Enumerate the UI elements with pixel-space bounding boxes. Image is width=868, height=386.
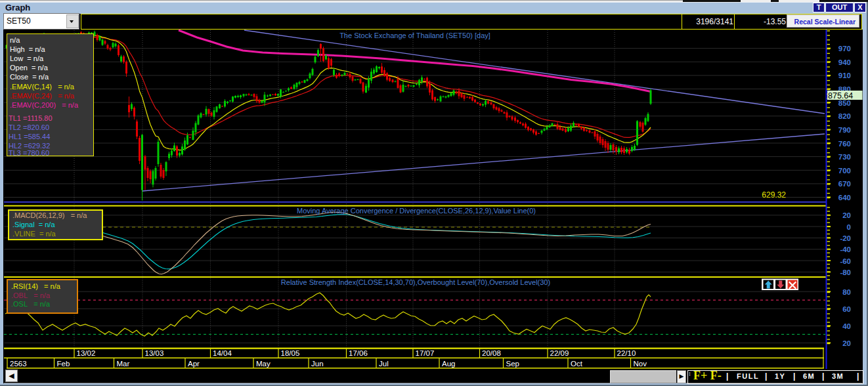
svg-text:The Stock Exchange of Thailand: The Stock Exchange of Thailand (SET50) [… — [339, 32, 490, 39]
svg-text:40: 40 — [842, 322, 851, 330]
svg-text:970: 970 — [838, 45, 851, 53]
svg-text:Relative Strength Index(CLOSE,: Relative Strength Index(CLOSE,14,30,70),… — [281, 278, 550, 286]
svg-text:May: May — [256, 360, 271, 368]
svg-text:-60: -60 — [840, 257, 851, 265]
svg-text:0: 0 — [847, 223, 851, 231]
svg-text:-20: -20 — [840, 234, 851, 242]
svg-text:910: 910 — [838, 72, 851, 79]
svg-text:20: 20 — [842, 211, 851, 219]
svg-text:17/06: 17/06 — [349, 349, 368, 357]
svg-text:22/10: 22/10 — [617, 349, 636, 357]
svg-text:730: 730 — [838, 153, 851, 161]
svg-text:820: 820 — [838, 112, 851, 120]
svg-text:790: 790 — [838, 126, 851, 134]
svg-text:Nov: Nov — [634, 360, 647, 368]
svg-text:Feb: Feb — [57, 360, 70, 368]
svg-text:Mar: Mar — [117, 360, 130, 368]
svg-text:17/07: 17/07 — [416, 349, 435, 357]
svg-text:13/03: 13/03 — [145, 349, 164, 357]
svg-text:20: 20 — [842, 339, 851, 347]
svg-text:2563: 2563 — [10, 360, 27, 368]
svg-text:18/05: 18/05 — [281, 349, 300, 357]
svg-text:13/02: 13/02 — [77, 349, 96, 357]
svg-text:640: 640 — [838, 194, 851, 202]
svg-text:80: 80 — [842, 288, 851, 296]
svg-text:Aug: Aug — [442, 360, 455, 368]
svg-text:Moving Average Convergence / D: Moving Average Convergence / Divergence(… — [297, 207, 536, 215]
svg-text:Jun: Jun — [311, 360, 324, 368]
svg-text:Apr: Apr — [188, 360, 200, 368]
svg-text:22/09: 22/09 — [550, 349, 569, 357]
svg-text:-40: -40 — [840, 246, 851, 253]
svg-text:60: 60 — [842, 305, 851, 313]
svg-text:Sep: Sep — [506, 360, 519, 368]
svg-text:Jul: Jul — [379, 360, 389, 368]
svg-text:875.64: 875.64 — [828, 91, 853, 100]
svg-text:20/08: 20/08 — [482, 349, 501, 357]
svg-text:14/04: 14/04 — [213, 349, 232, 357]
svg-text:-80: -80 — [840, 268, 851, 276]
svg-text:629.32: 629.32 — [762, 190, 786, 200]
svg-text:760: 760 — [838, 140, 851, 148]
svg-text:Oct: Oct — [571, 360, 583, 368]
svg-text:700: 700 — [838, 167, 851, 175]
svg-text:940: 940 — [838, 58, 851, 66]
svg-text:670: 670 — [838, 180, 851, 188]
